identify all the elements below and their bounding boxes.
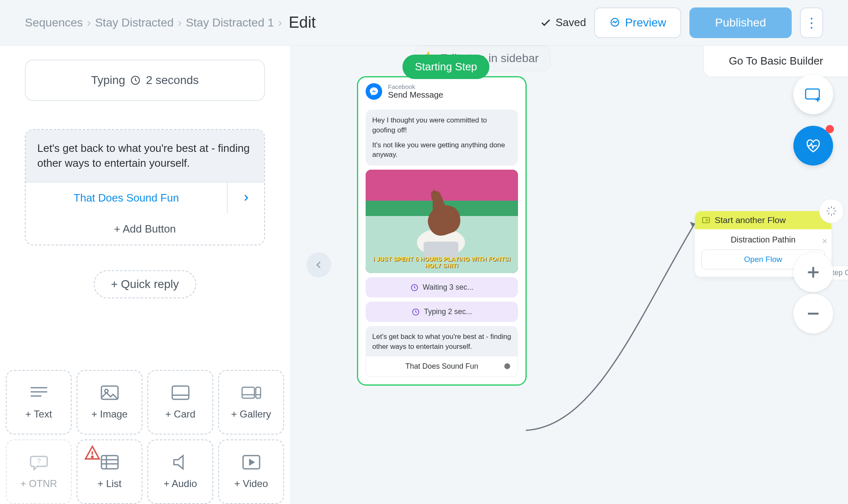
flow-card-header: Start another Flow: [695, 211, 831, 229]
gif-caption: I JUST SPENT 6 HOURS PLAYING WITH FONTS!…: [366, 256, 518, 269]
button-row: That Does Sound Fun: [26, 182, 264, 214]
chevron-right-icon: ›: [278, 16, 282, 29]
chevron-right-icon: ›: [87, 16, 91, 29]
saved-label: Saved: [556, 16, 586, 29]
svg-rect-25: [703, 218, 710, 223]
clock-icon: [412, 308, 420, 316]
published-button[interactable]: Published: [689, 7, 792, 38]
waiting-pill[interactable]: Waiting 3 sec...: [366, 277, 518, 298]
add-list-button[interactable]: + List: [77, 439, 142, 504]
breadcrumb-level1[interactable]: Stay Distracted: [95, 16, 173, 29]
final-message[interactable]: Let's get back to what you're best at - …: [366, 326, 518, 356]
minus-icon: [804, 305, 822, 323]
message-button[interactable]: That Does Sound Fun: [26, 182, 227, 214]
typing-duration: 2 seconds: [146, 74, 199, 87]
video-icon: [241, 454, 261, 470]
connector-dot-icon[interactable]: [504, 363, 510, 369]
zoom-out-button[interactable]: [793, 294, 833, 334]
typing-pill[interactable]: Typing 2 sec...: [366, 302, 518, 322]
list-icon: [100, 454, 120, 470]
add-video-button[interactable]: + Video: [218, 439, 284, 504]
connector-line: [522, 203, 704, 434]
check-icon: [540, 17, 552, 29]
node-header: Facebook Send Message: [358, 77, 525, 106]
add-gallery-button[interactable]: + Gallery: [218, 370, 284, 434]
zoom-in-button[interactable]: [793, 252, 833, 292]
breadcrumb: Sequences › Stay Distracted › Stay Distr…: [25, 14, 316, 31]
image-icon: [100, 384, 120, 401]
saved-status: Saved: [540, 16, 586, 29]
add-card-button[interactable]: + Card: [147, 370, 213, 434]
collapse-sidebar-button[interactable]: [306, 252, 331, 277]
plus-icon: [804, 263, 822, 281]
clock-icon: [410, 283, 419, 292]
chevron-right-icon: ›: [178, 16, 181, 29]
button-arrow[interactable]: [227, 182, 264, 214]
messenger-icon: [609, 17, 621, 29]
horse-character-icon: [404, 189, 478, 259]
header: Sequences › Stay Distracted › Stay Distr…: [0, 0, 848, 46]
preview-button[interactable]: Preview: [594, 7, 681, 38]
audio-icon: [171, 454, 190, 470]
clock-icon: [130, 75, 141, 86]
svg-rect-7: [172, 386, 189, 399]
canvas[interactable]: Go To Basic Builder Edit step in sidebar…: [290, 46, 848, 504]
add-audio-button[interactable]: + Audio: [147, 439, 213, 504]
message-bubble[interactable]: Hey I thought you were committed to goof…: [366, 110, 518, 166]
final-button[interactable]: That Does Sound Fun: [366, 356, 518, 377]
more-button[interactable]: ⋮: [800, 7, 823, 38]
header-actions: Saved Preview Published ⋮: [540, 7, 823, 38]
messenger-icon: [366, 83, 382, 100]
message-text[interactable]: Let's get back to what you're best at - …: [26, 130, 264, 182]
flow-icon: [701, 216, 711, 225]
card-icon: [171, 384, 190, 401]
notification-badge: [826, 125, 834, 133]
add-image-button[interactable]: + Image: [77, 370, 142, 434]
add-text-button[interactable]: + Text: [6, 370, 72, 434]
quick-reply-button[interactable]: + Quick reply: [94, 270, 196, 298]
card-plus-icon: [804, 85, 822, 103]
svg-rect-16: [101, 456, 118, 469]
quick-reply-wrap: + Quick reply: [25, 270, 265, 298]
flow-title: Distraction Pathin: [701, 235, 825, 245]
svg-rect-9: [242, 387, 254, 398]
chevron-right-icon: [241, 193, 251, 202]
close-icon[interactable]: ×: [822, 236, 827, 247]
preview-label: Preview: [625, 16, 666, 29]
typing-delay-block[interactable]: Typing 2 seconds: [25, 60, 265, 101]
chat-question-icon: ?: [29, 454, 49, 470]
node-header-text: Facebook Send Message: [388, 83, 443, 100]
published-label: Published: [715, 16, 766, 29]
sparkle-icon: [826, 205, 837, 217]
breadcrumb-level2[interactable]: Stay Distracted 1: [186, 16, 274, 29]
node-title: Send Message: [388, 90, 443, 100]
add-card-fab[interactable]: [793, 74, 833, 114]
chevron-left-icon: [314, 260, 324, 270]
health-fab[interactable]: [793, 126, 833, 166]
content-type-grid: + Text + Image + Card + Gallery ? + OTNR…: [0, 370, 290, 504]
heartbeat-icon: [804, 137, 822, 155]
gif-preview[interactable]: I JUST SPENT 6 HOURS PLAYING WITH FONTS!…: [366, 170, 518, 273]
wand-button[interactable]: [819, 199, 844, 223]
typing-label: Typing: [91, 74, 125, 87]
goto-basic-button[interactable]: Go To Basic Builder: [703, 46, 848, 77]
svg-text:?: ?: [37, 458, 41, 465]
message-block[interactable]: Let's get back to what you're best at - …: [25, 129, 265, 245]
text-icon: [29, 384, 49, 401]
svg-rect-11: [255, 387, 260, 398]
page-title: Edit: [289, 14, 316, 31]
svg-point-15: [92, 456, 93, 457]
add-otnr-button[interactable]: ? + OTNR: [6, 439, 72, 504]
breadcrumb-root[interactable]: Sequences: [25, 16, 83, 29]
add-button[interactable]: + Add Button: [26, 214, 264, 245]
gallery-icon: [241, 384, 261, 401]
more-dots-icon: ⋮: [805, 15, 818, 31]
node-platform: Facebook: [388, 83, 443, 90]
starting-step-badge: Starting Step: [402, 55, 489, 79]
flow-node[interactable]: Facebook Send Message Hey I thought you …: [357, 76, 527, 386]
warning-icon: [82, 444, 102, 463]
